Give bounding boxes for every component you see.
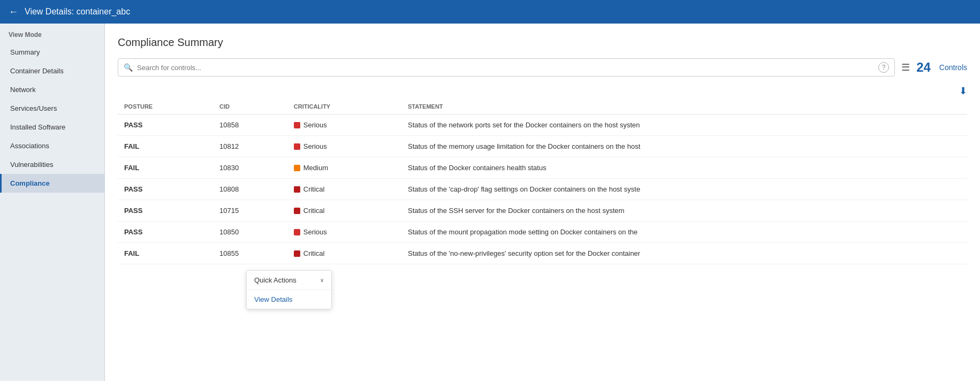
sidebar-item-services-users[interactable]: Services/Users <box>0 99 104 118</box>
sidebar-item-associations[interactable]: Associations <box>0 136 104 155</box>
table-row[interactable]: PASS 10715 Critical Status of the SSH se… <box>118 200 967 222</box>
criticality-cell: Serious <box>287 222 401 243</box>
search-container: 🔍 ? <box>118 58 895 77</box>
criticality-dot <box>294 122 300 128</box>
cid-cell: 10830 <box>213 157 287 179</box>
posture-cell: FAIL <box>118 243 213 264</box>
content-area: Compliance Summary 🔍 ? ☰ 24 Controls ⬇ P… <box>105 24 980 381</box>
sidebar-item-installed-software[interactable]: Installed Software <box>0 118 104 136</box>
statement-text: Status of the SSH server for the Docker … <box>408 207 625 215</box>
criticality-cell: Critical <box>287 243 401 264</box>
criticality-label: Critical <box>303 249 325 257</box>
sidebar-section-label: View Mode <box>0 24 104 43</box>
sidebar-item-summary[interactable]: Summary <box>0 43 104 62</box>
quick-actions-chevron-icon: ∨ <box>320 277 324 283</box>
statement-text: Status of the memory usage limitation fo… <box>408 142 640 150</box>
posture-cell: PASS <box>118 200 213 222</box>
criticality-label: Serious <box>303 228 327 236</box>
search-input[interactable] <box>137 64 874 72</box>
criticality-label: Serious <box>303 121 327 129</box>
statement-cell: Status of the network ports set for the … <box>401 115 967 136</box>
posture-cell: PASS <box>118 115 213 136</box>
posture-cell: FAIL <box>118 136 213 157</box>
search-icon: 🔍 <box>124 63 133 72</box>
criticality-cell: Critical <box>287 200 401 222</box>
sidebar: View Mode Summary Container Details Netw… <box>0 24 105 381</box>
posture-cell: PASS <box>118 179 213 200</box>
table-row[interactable]: FAIL 10830 Medium Status of the Docker c… <box>118 157 967 179</box>
col-criticality: CRITICALITY <box>287 99 401 115</box>
download-icon[interactable]: ⬇ <box>959 85 967 97</box>
sidebar-item-container-details[interactable]: Container Details <box>0 62 104 80</box>
statement-cell: Status of the memory usage limitation fo… <box>401 136 967 157</box>
controls-count: 24 <box>916 60 931 75</box>
criticality-dot <box>294 165 300 171</box>
criticality-dot <box>294 250 300 257</box>
criticality-label: Medium <box>303 164 328 172</box>
table-row[interactable]: PASS 10858 Serious Status of the network… <box>118 115 967 136</box>
page-title: Compliance Summary <box>118 36 967 49</box>
quick-actions-label: Quick Actions <box>254 276 297 284</box>
table-container[interactable]: POSTURE CID CRITICALITY STATEMENT PASS 1… <box>118 99 967 381</box>
cid-cell: 10858 <box>213 115 287 136</box>
cid-cell: 10850 <box>213 222 287 243</box>
criticality-cell: Critical <box>287 179 401 200</box>
criticality-dot <box>294 229 300 235</box>
col-posture: POSTURE <box>118 99 213 115</box>
statement-cell: Status of the 'no-new-privileges' securi… <box>401 243 967 264</box>
search-help-icon[interactable]: ? <box>878 62 889 73</box>
header-title: View Details: container_abc <box>25 7 130 17</box>
quick-actions-dropdown: Quick Actions ∨ View Details <box>246 270 332 309</box>
statement-cell: Status of the Docker containers health s… <box>401 157 967 179</box>
search-bar-row: 🔍 ? ☰ 24 Controls <box>118 58 967 77</box>
header: ← View Details: container_abc <box>0 0 980 24</box>
criticality-label: Serious <box>303 142 327 150</box>
compliance-table: POSTURE CID CRITICALITY STATEMENT PASS 1… <box>118 99 967 264</box>
criticality-cell: Medium <box>287 157 401 179</box>
posture-cell: FAIL <box>118 157 213 179</box>
statement-text: Status of the Docker containers health s… <box>408 164 546 172</box>
col-cid: CID <box>213 99 287 115</box>
statement-text: Status of the network ports set for the … <box>408 121 640 129</box>
statement-text: Status of the 'no-new-privileges' securi… <box>408 249 640 257</box>
sidebar-item-compliance[interactable]: Compliance <box>0 174 104 193</box>
criticality-dot <box>294 186 300 193</box>
criticality-label: Critical <box>303 207 325 215</box>
criticality-cell: Serious <box>287 136 401 157</box>
main-layout: View Mode Summary Container Details Netw… <box>0 24 980 381</box>
statement-cell: Status of the SSH server for the Docker … <box>401 200 967 222</box>
quick-actions-view-details[interactable]: View Details <box>247 290 331 309</box>
sidebar-item-network[interactable]: Network <box>0 80 104 99</box>
col-statement: STATEMENT <box>401 99 967 115</box>
statement-text: Status of the mount propagation mode set… <box>408 228 637 236</box>
cid-cell: 10808 <box>213 179 287 200</box>
criticality-dot <box>294 208 300 214</box>
sidebar-item-vulnerabilities[interactable]: Vulnerabilities <box>0 155 104 174</box>
table-row[interactable]: PASS 10808 Critical Status of the 'cap-d… <box>118 179 967 200</box>
table-row[interactable]: PASS 10850 Serious Status of the mount p… <box>118 222 967 243</box>
criticality-dot <box>294 143 300 150</box>
filter-icon[interactable]: ☰ <box>901 62 910 73</box>
statement-cell: Status of the 'cap-drop' flag settings o… <box>401 179 967 200</box>
criticality-cell: Serious <box>287 115 401 136</box>
table-row[interactable]: FAIL 10855 Critical Status of the 'no-ne… <box>118 243 967 264</box>
cid-cell: 10855 <box>213 243 287 264</box>
statement-cell: Status of the mount propagation mode set… <box>401 222 967 243</box>
quick-actions-header[interactable]: Quick Actions ∨ <box>247 271 331 290</box>
cid-cell: 10715 <box>213 200 287 222</box>
back-icon[interactable]: ← <box>9 6 18 18</box>
controls-label: Controls <box>939 63 967 72</box>
criticality-label: Critical <box>303 185 325 193</box>
cid-cell: 10812 <box>213 136 287 157</box>
table-row[interactable]: FAIL 10812 Serious Status of the memory … <box>118 136 967 157</box>
statement-text: Status of the 'cap-drop' flag settings o… <box>408 185 640 193</box>
posture-cell: PASS <box>118 222 213 243</box>
